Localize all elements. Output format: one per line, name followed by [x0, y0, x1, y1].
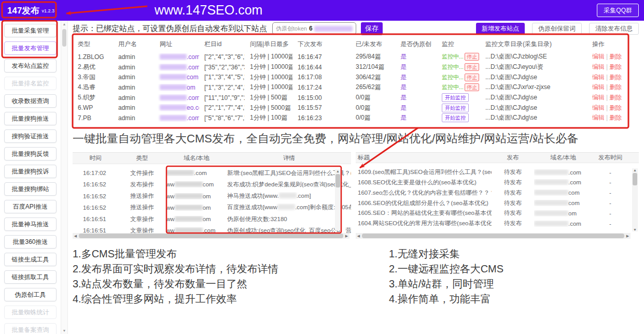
url-link[interactable]: om [187, 84, 195, 91]
edit-link[interactable]: 编辑 [592, 53, 605, 60]
log-v-scrollbar[interactable]: ▲ [335, 169, 341, 230]
delete-link[interactable]: 删除 [609, 114, 622, 121]
log-panel: 时间类型域名/本地详情 16:17:02文件操作.com新增:(seo黑帽工具)… [73, 152, 351, 239]
top-bar: 147发布v1.2.3 www.147SEO.com 采集QQ群 [0, 0, 644, 21]
sidebar-item-6[interactable]: 批量搜狗推送 [4, 112, 57, 125]
log-row: 16:16:52推送操作wwom百度推送成功[www.com]剩余额度:2605… [73, 202, 351, 213]
stop-button[interactable]: 停止 [465, 53, 479, 61]
column-ids-cell: ["1","3","2","4","5","8"] [199, 84, 245, 91]
start-monitor-button[interactable]: 开始监控 [442, 93, 469, 102]
scroll-down-icon[interactable]: ▼ [632, 228, 638, 231]
qq-group-button[interactable]: 采集QQ群 [597, 4, 639, 17]
sidebar-item-7[interactable]: 搜狗验证推送 [4, 129, 57, 143]
sidebar-item-18[interactable]: 批量备案查询 [4, 323, 57, 334]
delete-link[interactable]: 删除 [609, 104, 622, 111]
redacted-blur [534, 169, 568, 175]
url-link[interactable]: .com [187, 53, 199, 61]
content-scrollbar[interactable]: ▲ ▼ [61, 21, 68, 334]
log-h-thumb[interactable] [79, 234, 343, 238]
scroll-left-icon[interactable]: ◀ [356, 233, 361, 239]
sidebar-item-8[interactable]: 批量搜狗反馈 [4, 147, 57, 161]
sidebar-item-2[interactable]: 批量发布管理 [4, 41, 57, 55]
scroll-left-icon[interactable]: ◀ [73, 233, 78, 239]
scroll-up-icon[interactable]: ▲ [335, 169, 341, 173]
scroll-right-icon[interactable]: ▶ [344, 233, 349, 239]
pseudo-flag: 是 [400, 94, 407, 101]
edit-link[interactable]: 编辑 [592, 104, 605, 111]
col-header: 发布 [492, 154, 534, 162]
col-header: 时间 [73, 154, 118, 162]
monitor-dir-cell: ...D:\桌面\CJ\dg\se [480, 104, 587, 112]
sidebar-item-16[interactable]: 伪原创工具 [4, 288, 57, 301]
sidebar-item-14[interactable]: 链接生成工具 [4, 253, 57, 266]
feature-item: 1.多CMS批量管理发布 [73, 246, 278, 262]
pending-h-scrollbar[interactable]: ◀ ▶ [356, 233, 631, 239]
scroll-down-icon[interactable]: ▼ [61, 329, 67, 332]
content-scrollbar-thumb[interactable] [62, 29, 66, 47]
monitor-dir-cell: ...D:\桌面\CJ\zblog\SE [480, 52, 587, 61]
feature-item: 3.单站/站群，同时管理 [389, 277, 503, 292]
pending-v-scrollbar[interactable]: ▲ ▼ [632, 168, 638, 231]
redacted-blur [160, 64, 187, 70]
sidebar-item-12[interactable]: 批量神马推送 [4, 217, 57, 231]
sidebar-item-9[interactable]: 批量搜狗投诉 [4, 165, 57, 178]
sidebar-item-5[interactable]: 收录数据查询 [4, 94, 57, 108]
scroll-right-icon[interactable]: ▶ [625, 233, 631, 239]
feature-item: 2.发布界面可实时观察发布详情，待发布详情 [73, 262, 278, 277]
delete-link[interactable]: 删除 [609, 83, 622, 91]
status-cell: 待发布 [492, 168, 534, 176]
pending-v-thumb[interactable] [633, 173, 637, 185]
log-v-thumb[interactable] [335, 174, 340, 187]
edit-link[interactable]: 编辑 [592, 63, 605, 70]
edit-link[interactable]: 编辑 [592, 114, 605, 121]
sidebar-item-13[interactable]: 批量360推送 [4, 235, 57, 249]
save-button[interactable]: 保存 [361, 22, 383, 35]
add-site-button[interactable]: 新增发布站点 [476, 23, 525, 35]
stop-button[interactable]: 停止 [465, 83, 479, 91]
url-link[interactable]: .com [187, 94, 199, 101]
domain-cell: wwom [166, 216, 227, 222]
sidebar-item-15[interactable]: 链接抓取工具 [4, 270, 57, 284]
col-header: 栏目id [199, 40, 245, 49]
col-header: 监控文章目录(采集目录) [480, 40, 587, 49]
monitor-status: 监控中... [442, 74, 464, 80]
sidebar-item-11[interactable]: 百度API推送 [4, 200, 57, 213]
sidebar-item-17[interactable]: 批量蜘蛛统计 [4, 306, 57, 319]
delete-link[interactable]: 删除 [609, 74, 622, 81]
clear-info-button[interactable]: 清除发布信息 [589, 23, 639, 35]
stop-button[interactable]: 停止 [465, 74, 479, 81]
url-link[interactable]: com [187, 74, 199, 81]
start-monitor-button[interactable]: 开始监控 [442, 113, 469, 122]
edit-link[interactable]: 编辑 [592, 74, 605, 81]
detail-text: 发布成功:织梦dede采集规则(seo查询)seo优化_百度seo公司_营销推广… [227, 181, 351, 187]
tip-text: 提示：已绑定站点，可设置伪原创后自动发布到以下站点 [73, 24, 267, 34]
log-h-scrollbar[interactable]: ◀ ▶ [73, 233, 349, 239]
scroll-up-icon[interactable]: ▲ [632, 168, 638, 172]
monitor-cell: 开始监控 [437, 93, 480, 102]
pending-h-thumb[interactable] [362, 234, 624, 238]
url-link[interactable]: .com [187, 64, 199, 71]
pseudo-flag: 是 [400, 74, 407, 81]
monitor-status: 监控中... [442, 53, 464, 60]
domain-cell: om [534, 210, 592, 216]
url-cell: .com [155, 64, 199, 71]
token-input[interactable]: 伪原创token 6 [272, 22, 356, 35]
sidebar-item-3[interactable]: 发布站点监控 [4, 59, 57, 72]
pseudo-keep-button[interactable]: 伪原创保留词 [532, 23, 582, 35]
app-version: v1.2.3 [41, 8, 54, 13]
url-link[interactable]: eo.com [187, 104, 199, 111]
sidebar-item-10[interactable]: 批量搜狗绑站 [4, 182, 57, 196]
count-cell: 295/84篇 [351, 52, 395, 61]
start-monitor-button[interactable]: 开始监控 [442, 104, 469, 112]
edit-link[interactable]: 编辑 [592, 83, 605, 91]
delete-link[interactable]: 删除 [609, 63, 622, 70]
delete-link[interactable]: 删除 [609, 53, 622, 60]
col-header: 类型 [118, 154, 166, 162]
delete-link[interactable]: 删除 [609, 94, 622, 101]
edit-link[interactable]: 编辑 [592, 94, 605, 101]
url-link[interactable]: .com [187, 114, 199, 122]
stop-button[interactable]: 停止 [465, 63, 479, 71]
sidebar-item-4[interactable]: 批量排名监控 [4, 77, 57, 90]
sidebar-item-1[interactable]: 批量采集管理 [4, 24, 57, 37]
scroll-up-icon[interactable]: ▲ [61, 22, 67, 26]
